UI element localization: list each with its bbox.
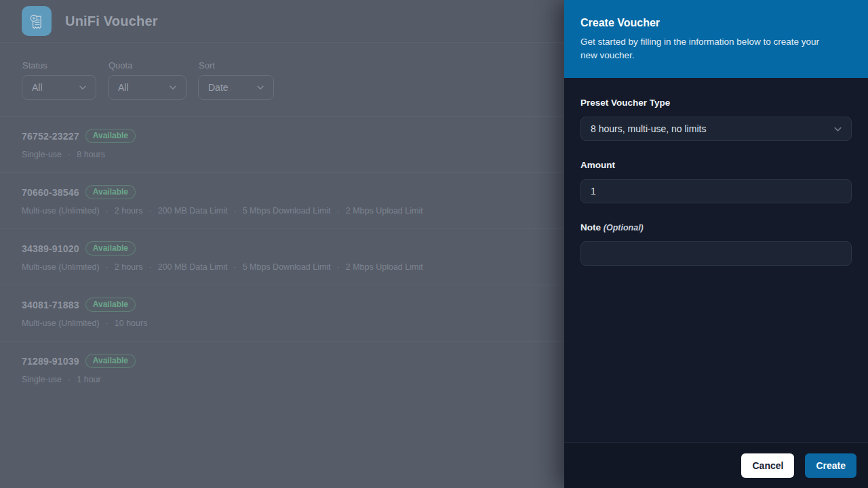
drawer-body: Preset Voucher Type 8 hours, multi-use, … xyxy=(564,78,868,442)
note-field: Note (Optional) xyxy=(580,222,852,266)
voucher-app: UniFi Voucher Status All Quota All Sort … xyxy=(0,0,564,488)
drawer-footer: Cancel Create xyxy=(564,442,868,488)
preset-voucher-type-select[interactable]: 8 hours, multi-use, no limits xyxy=(580,117,852,141)
cancel-button[interactable]: Cancel xyxy=(741,453,794,478)
drawer-subtitle: Get started by filling in the informatio… xyxy=(580,35,833,62)
chevron-down-icon xyxy=(833,124,843,134)
create-button[interactable]: Create xyxy=(805,453,856,478)
preset-selected-value: 8 hours, multi-use, no limits xyxy=(591,123,706,134)
amount-field: Amount xyxy=(580,160,852,203)
create-voucher-drawer: Create Voucher Get started by filling in… xyxy=(564,0,868,488)
drawer-backdrop[interactable] xyxy=(0,0,564,488)
drawer-title: Create Voucher xyxy=(580,17,833,29)
amount-input[interactable] xyxy=(580,179,852,203)
note-input[interactable] xyxy=(580,241,852,266)
note-label: Note (Optional) xyxy=(580,222,852,232)
drawer-header: Create Voucher Get started by filling in… xyxy=(564,0,868,78)
screen: UniFi Voucher Status All Quota All Sort … xyxy=(0,0,868,488)
amount-label: Amount xyxy=(580,160,852,170)
preset-field: Preset Voucher Type 8 hours, multi-use, … xyxy=(580,98,852,141)
note-optional-text: (Optional) xyxy=(604,223,644,232)
note-label-text: Note xyxy=(580,222,601,232)
preset-label: Preset Voucher Type xyxy=(580,98,852,108)
